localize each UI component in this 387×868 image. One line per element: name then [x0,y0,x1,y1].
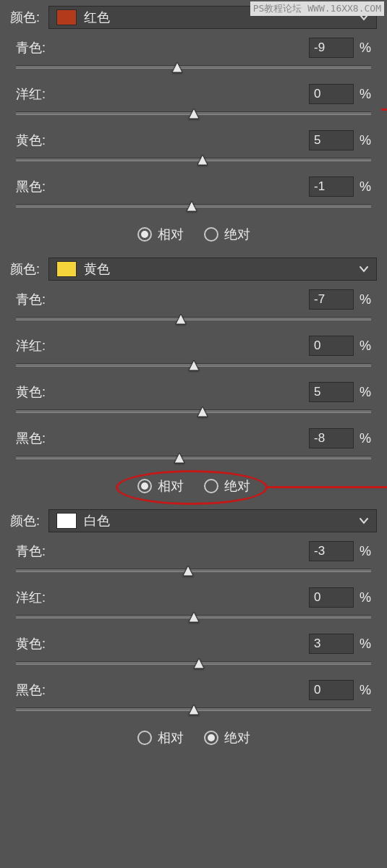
slider-thumb-icon[interactable] [187,610,201,624]
magenta-slider-track[interactable] [16,612,371,628]
magenta-value-input[interactable] [309,84,354,104]
slider-thumb-icon[interactable] [172,451,187,464]
cyan-label: 青色: [16,39,46,56]
yellow-value-input[interactable] [309,634,354,654]
percent-label: % [360,292,371,307]
black-slider-track[interactable] [16,201,371,217]
magenta-label: 洋红: [16,85,46,103]
yellow-slider-track[interactable] [16,407,371,422]
yellow-value-input[interactable] [309,130,354,150]
yellow-label: 黄色: [16,383,46,401]
black-value-input[interactable] [309,428,354,448]
black-slider-row: 黑色: % [0,676,387,722]
radio-icon [137,731,152,745]
percent-label: % [360,683,371,698]
yellow-slider-track[interactable] [16,155,371,171]
magenta-slider-track[interactable] [16,360,371,376]
magenta-label: 洋红: [16,337,46,354]
cyan-value-input[interactable] [309,289,354,310]
radio-icon [204,227,218,242]
cyan-slider-track[interactable] [16,62,371,78]
absolute-label: 绝对 [224,477,250,495]
percent-label: % [360,87,371,102]
color-name: 白色 [84,512,110,529]
slider-thumb-icon[interactable] [187,107,201,120]
color-name: 黄色 [84,260,110,278]
magenta-slider-row: 洋红: % [0,80,387,126]
percent-label: % [360,133,371,148]
radio-icon [204,731,218,745]
absolute-radio[interactable]: 绝对 [204,477,250,495]
slider-thumb-icon[interactable] [174,312,188,326]
radio-icon [137,479,152,493]
cyan-label: 青色: [16,542,46,560]
absolute-label: 绝对 [224,729,250,746]
black-slider-row: 黑色: % [0,424,387,470]
chevron-down-icon [359,517,369,524]
cyan-slider-row: 青色: % [0,537,387,583]
percent-label: % [360,544,371,559]
slider-thumb-icon[interactable] [187,703,201,716]
percent-label: % [360,339,371,354]
percent-label: % [360,385,371,400]
yellow-slider-track[interactable] [16,658,371,674]
color-swatch [56,261,77,277]
yellow-label: 黄色: [16,635,46,652]
slider-thumb-icon[interactable] [195,405,210,418]
relative-label: 相对 [158,729,184,746]
magenta-value-input[interactable] [309,336,354,356]
slider-thumb-icon[interactable] [181,564,195,577]
percent-label: % [360,637,371,652]
cyan-slider-track[interactable] [16,314,371,330]
magenta-slider-row: 洋红: % [0,331,387,378]
cyan-value-input[interactable] [309,38,354,58]
absolute-radio[interactable]: 绝对 [204,729,250,746]
slider-thumb-icon[interactable] [192,657,206,670]
black-slider-track[interactable] [16,453,371,469]
yellow-label: 黄色: [16,132,46,149]
color-label: 颜色: [10,512,40,529]
percent-label: % [360,41,371,56]
slider-thumb-icon[interactable] [187,359,201,372]
yellow-value-input[interactable] [309,382,354,402]
color-label: 颜色: [10,9,40,26]
black-label: 黑色: [16,178,46,195]
chevron-down-icon [359,265,369,273]
annotation-line [266,486,387,488]
relative-label: 相对 [158,226,184,243]
yellow-slider-row: 黄色: % [0,629,387,676]
color-swatch [56,9,77,25]
magenta-slider-track[interactable] [16,109,371,124]
percent-label: % [360,179,371,195]
color-dropdown[interactable]: 黄色 [48,258,377,281]
magenta-slider-row: 洋红: % [0,583,387,629]
color-swatch [56,513,77,529]
slider-thumb-icon[interactable] [195,153,210,166]
cyan-slider-row: 青色: % [0,285,387,331]
magenta-value-input[interactable] [309,587,354,608]
percent-label: % [360,590,371,605]
absolute-radio[interactable]: 绝对 [204,226,250,243]
yellow-slider-row: 黄色: % [0,126,387,172]
radio-icon [137,227,152,242]
relative-radio[interactable]: 相对 [137,226,184,243]
absolute-label: 绝对 [224,226,250,243]
cyan-slider-track[interactable] [16,566,371,582]
cyan-slider-row: 青色: % [0,33,387,80]
color-dropdown[interactable]: 白色 [48,509,377,532]
relative-radio[interactable]: 相对 [137,477,184,495]
cyan-label: 青色: [16,291,46,308]
mode-radio-group: 相对 绝对 [0,722,387,755]
relative-radio[interactable]: 相对 [137,729,184,746]
black-slider-track[interactable] [16,705,371,720]
slider-thumb-icon[interactable] [184,200,199,213]
black-label: 黑色: [16,681,46,699]
cyan-value-input[interactable] [309,541,354,561]
magenta-label: 洋红: [16,589,46,606]
black-value-input[interactable] [309,176,354,197]
yellow-slider-row: 黄色: % [0,378,387,424]
radio-icon [204,479,218,493]
black-value-input[interactable] [309,680,354,700]
slider-thumb-icon[interactable] [170,61,184,74]
color-label: 颜色: [10,260,40,278]
